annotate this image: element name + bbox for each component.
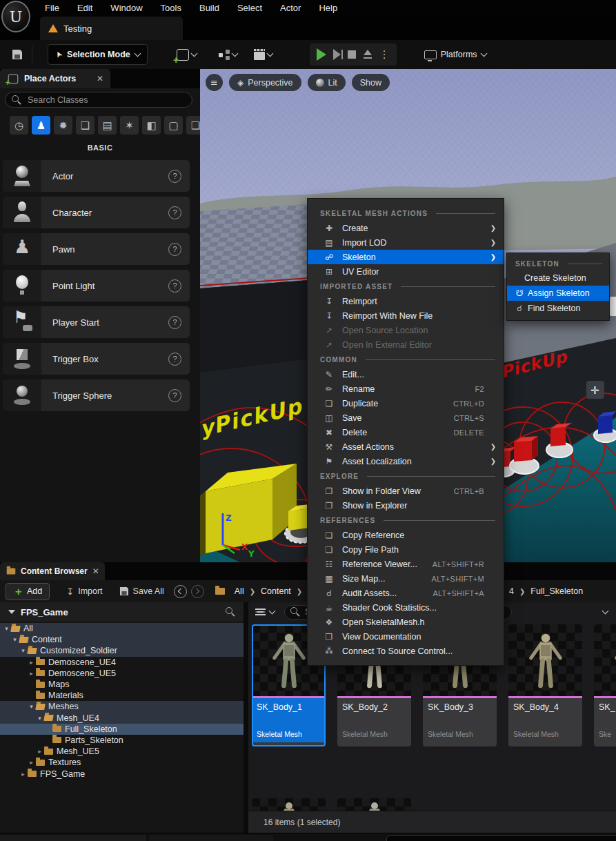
viewport-options-icon[interactable]: ≡ — [206, 74, 223, 91]
menu-item[interactable]: ❐ Show in Folder View CTRL+B — [308, 484, 504, 498]
menu-item[interactable]: ❖ Open SkeletalMesh.h — [308, 615, 504, 629]
tree-row[interactable]: Maps — [0, 679, 244, 690]
breadcrumb-all[interactable]: All — [235, 586, 244, 596]
shapes-icon[interactable]: ❑ — [76, 116, 95, 135]
expander-arrow-icon[interactable] — [28, 670, 35, 677]
expander-arrow-icon[interactable] — [28, 703, 35, 710]
menu-build[interactable]: Build — [190, 0, 228, 17]
tree-row[interactable]: Textures — [0, 757, 244, 768]
tree-row[interactable]: Content — [0, 634, 244, 645]
cinematic-icon[interactable]: ▤ — [98, 116, 117, 135]
expander-arrow-icon[interactable] — [19, 647, 27, 654]
editor-mode-dropdown[interactable]: ➤ Selection Mode — [48, 44, 148, 65]
transform-tool-icon[interactable]: ✛ — [590, 384, 599, 397]
menu-window[interactable]: Window — [101, 0, 151, 17]
menu-item[interactable]: ❏ Copy File Path — [308, 542, 504, 557]
tree-row[interactable]: Customized_Soldier — [0, 645, 244, 656]
expander-arrow-icon[interactable] — [28, 659, 35, 666]
place-actor-item[interactable]: Point Light ? — [3, 270, 190, 301]
help-icon[interactable]: ? — [168, 170, 181, 183]
place-actor-item[interactable]: Trigger Sphere ? — [3, 379, 190, 411]
menu-item[interactable]: ↗ Open Source Location — [308, 323, 504, 337]
tree-row[interactable]: FPS_Game — [0, 768, 244, 779]
search-classes-box[interactable] — [5, 92, 192, 108]
help-icon[interactable]: ? — [168, 353, 181, 366]
menu-tools[interactable]: Tools — [152, 0, 190, 17]
menu-select[interactable]: Select — [228, 0, 271, 17]
tree-row[interactable]: Meshes — [0, 701, 244, 712]
menu-item[interactable]: ✎ Edit... — [308, 367, 504, 382]
save-all-button[interactable] — [7, 44, 28, 65]
menu-file[interactable]: File — [36, 0, 68, 17]
perspective-dropdown[interactable]: ◈ Perspective — [229, 74, 301, 91]
level-tab-testing[interactable]: Testing — [40, 17, 183, 40]
add-button[interactable]: ＋ Add — [6, 583, 50, 600]
menu-item[interactable]: ☕ Shader Cook Statistics... — [308, 600, 504, 615]
asset-card[interactable]: SK_Body_4 Skeletal Mesh — [508, 624, 582, 746]
menu-item[interactable]: ❏ Copy Reference — [308, 528, 504, 542]
place-actor-item[interactable]: Character ? — [3, 197, 190, 228]
play-button[interactable] — [317, 48, 326, 61]
blueprints-button[interactable] — [213, 44, 243, 65]
play-options-button[interactable]: ⋮ — [379, 50, 390, 59]
expander-arrow-icon[interactable] — [3, 625, 10, 632]
submenu-item[interactable]: ☋ Assign Skeleton — [507, 286, 609, 301]
tree-row[interactable]: Demoscene_UE5 — [0, 668, 244, 679]
expander-arrow-icon[interactable] — [11, 636, 19, 643]
menu-item[interactable]: ▤ Import LOD — [308, 235, 504, 250]
search-classes-input[interactable] — [26, 95, 186, 106]
output-log-segment[interactable] — [149, 835, 273, 841]
menu-edit[interactable]: Edit — [68, 0, 101, 17]
help-icon[interactable]: ? — [168, 243, 181, 256]
geometry-icon[interactable]: ◧ — [142, 116, 161, 135]
menu-item[interactable]: ⁂ Connect To Source Control... — [308, 644, 504, 658]
menu-item[interactable]: ↧ Reimport With New File — [308, 308, 504, 323]
submenu-item[interactable]: ☌ Find Skeleton — [507, 301, 609, 316]
lit-mode-dropdown[interactable]: Lit — [308, 74, 346, 91]
import-button[interactable]: ↧ Import — [66, 586, 102, 597]
place-actor-item[interactable]: Pawn ? — [3, 233, 190, 265]
basic-icon[interactable]: ♟ — [32, 116, 50, 135]
pane-divider[interactable] — [244, 602, 248, 833]
save-all-button[interactable]: Save All — [119, 586, 164, 596]
volumes-icon[interactable]: ▢ — [164, 116, 183, 135]
forward-button[interactable] — [191, 585, 204, 598]
menu-help[interactable]: Help — [310, 0, 346, 17]
content-browser-tab[interactable]: Content Browser ✕ — [0, 562, 105, 580]
menu-item[interactable]: ↗ Open In External Editor — [308, 337, 504, 352]
tree-row[interactable]: Mesh_UE4 — [0, 713, 244, 724]
breadcrumb-full-skeleton[interactable]: Full_Skeleton — [530, 586, 583, 596]
asset-card[interactable]: SK_ Ske — [594, 624, 616, 746]
cinematics-button[interactable] — [248, 44, 278, 65]
menu-item[interactable]: ▦ Size Map... ALT+SHIFT+M — [308, 571, 504, 586]
tree-row[interactable]: Demoscene_UE4 — [0, 657, 244, 668]
lights-icon[interactable]: ✹ — [54, 116, 72, 135]
menu-item[interactable]: ❐ Show in Explorer — [308, 498, 504, 513]
menu-item[interactable]: ✖ Delete DELETE — [308, 425, 504, 439]
help-icon[interactable]: ? — [168, 389, 181, 402]
breadcrumb-content[interactable]: Content — [261, 586, 291, 596]
submenu-item[interactable]: Create Skeleton — [507, 270, 609, 286]
frame-skip-button[interactable] — [333, 49, 341, 60]
tree-row[interactable]: Materials — [0, 690, 244, 701]
close-icon[interactable]: ✕ — [97, 74, 103, 83]
menu-item[interactable]: ✏ Rename F2 — [308, 382, 504, 396]
sources-root-header[interactable]: FPS_Game — [0, 602, 244, 622]
place-actor-item[interactable]: Trigger Box ? — [3, 343, 190, 375]
chevron-down-icon[interactable] — [269, 608, 276, 615]
help-icon[interactable]: ? — [168, 279, 181, 293]
settings-chevron-icon[interactable] — [602, 608, 609, 615]
help-icon[interactable]: ? — [168, 206, 181, 219]
filter-icon[interactable] — [255, 608, 266, 616]
place-actor-item[interactable]: Player Start ? — [3, 306, 190, 338]
menu-item[interactable]: ↧ Reimport — [308, 294, 504, 308]
tree-row[interactable]: Full_Skeleton — [0, 724, 244, 735]
menu-item[interactable]: ☷ Reference Viewer... ALT+SHIFT+R — [308, 557, 504, 571]
stop-button[interactable] — [348, 50, 356, 59]
tree-row[interactable]: Parts_Skeleton — [0, 735, 244, 746]
unreal-logo-icon[interactable]: U — [1, 1, 30, 32]
menu-item[interactable]: ☍ Skeleton — [308, 250, 504, 264]
menu-item[interactable]: ❒ View Documentation — [308, 629, 504, 644]
menu-item[interactable]: ⊞ UV Editor — [308, 264, 504, 279]
menu-actor[interactable]: Actor — [271, 0, 310, 17]
